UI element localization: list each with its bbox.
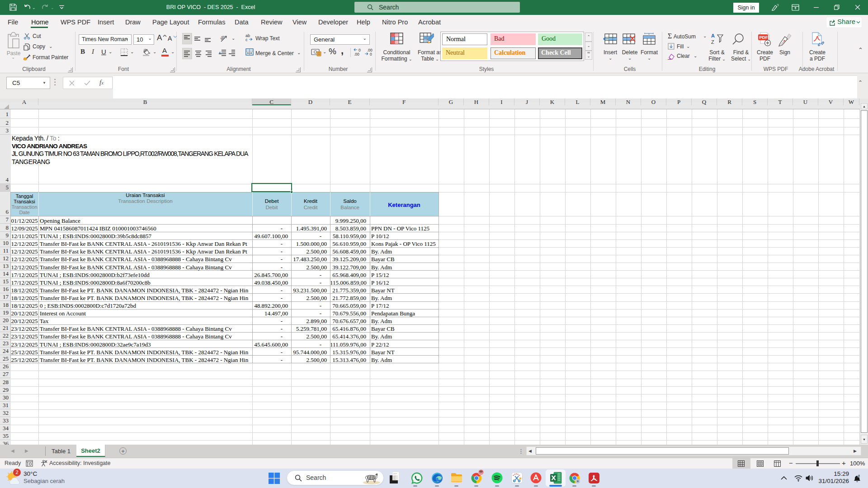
svg-text:.00: .00 [354,52,359,56]
svg-text:ab: ab [220,34,225,41]
svg-text:0: 0 [370,52,372,56]
svg-text:A: A [711,33,715,38]
svg-text:z: z [858,474,860,478]
svg-text:PDF: PDF [760,35,768,40]
svg-text:Z: Z [711,39,714,45]
svg-text:c: c [245,38,248,42]
